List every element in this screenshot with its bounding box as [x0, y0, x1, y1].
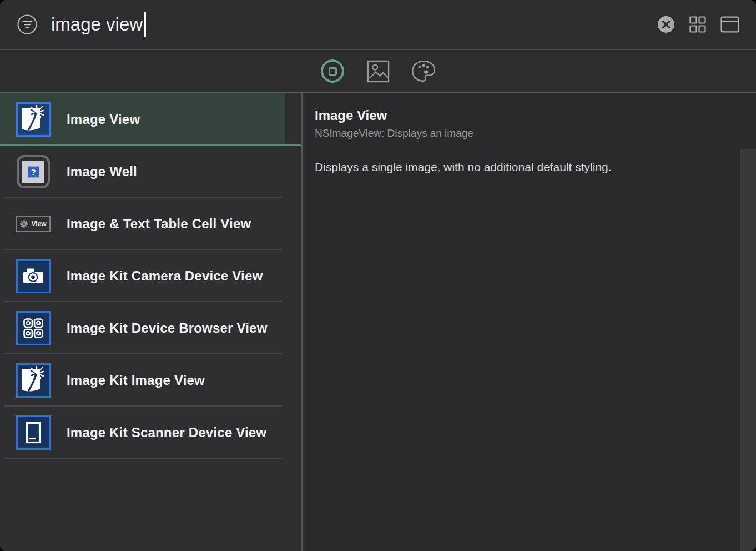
list-item-label: Image Kit Scanner Device View: [67, 425, 266, 440]
list-item-image-text-table-cell-view[interactable]: View Image & Text Table Cell View: [0, 198, 285, 250]
clear-search-button[interactable]: [657, 16, 675, 33]
chip-label: View: [31, 220, 46, 228]
detail-panel: Image View NSImageView: Displays an imag…: [303, 93, 756, 551]
detail-title: Image View: [315, 108, 723, 123]
library-tab-bar: [0, 50, 756, 93]
camera-device-icon: [16, 259, 51, 293]
filter-icon[interactable]: [17, 14, 38, 35]
search-input[interactable]: image view: [51, 12, 657, 37]
tab-colors[interactable]: [411, 58, 436, 84]
library-content: Image View ? Image Well: [0, 93, 756, 551]
list-item-camera-device-view[interactable]: Image Kit Camera Device View: [0, 250, 285, 302]
list-item-label: Image Kit Camera Device View: [67, 268, 263, 284]
tab-media[interactable]: [365, 58, 391, 84]
search-bar: image view: [0, 0, 756, 50]
imagekit-image-view-icon: [16, 363, 51, 398]
image-view-icon: [16, 102, 51, 137]
table-cell-view-icon: View: [16, 216, 51, 232]
results-list: Image View ? Image Well: [0, 93, 301, 551]
scrollbar-track[interactable]: [740, 149, 756, 551]
list-item-imagekit-image-view[interactable]: Image Kit Image View: [0, 354, 285, 407]
device-browser-icon: [16, 311, 51, 345]
colors-tab-icon: [411, 59, 436, 83]
list-item-device-browser-view[interactable]: Image Kit Device Browser View: [0, 302, 285, 354]
library-window: image view: [0, 0, 756, 551]
list-item-label: Image & Text Table Cell View: [67, 216, 251, 232]
search-value: image view: [51, 14, 143, 35]
text-cursor: [144, 12, 146, 37]
scanner-device-icon: [16, 415, 51, 450]
list-item-image-well[interactable]: ? Image Well: [0, 146, 285, 198]
media-tab-icon: [366, 59, 390, 83]
list-item-label: Image Kit Image View: [67, 373, 205, 388]
detail-subtitle: NSImageView: Displays an image: [315, 127, 723, 139]
list-item-image-view[interactable]: Image View: [0, 93, 285, 146]
list-item-label: Image View: [67, 112, 140, 127]
search-controls: [657, 16, 739, 33]
detail-description: Displays a single image, with no additio…: [315, 161, 723, 174]
list-view-button[interactable]: [720, 16, 739, 33]
list-item-label: Image Well: [67, 164, 137, 179]
list-item-scanner-device-view[interactable]: Image Kit Scanner Device View: [0, 407, 285, 459]
grid-view-button[interactable]: [689, 16, 706, 33]
objects-tab-icon: [321, 59, 344, 83]
gear-icon: [20, 220, 28, 228]
list-item-label: Image Kit Device Browser View: [67, 320, 268, 336]
image-well-icon: ?: [17, 155, 50, 188]
tab-objects[interactable]: [320, 58, 345, 84]
